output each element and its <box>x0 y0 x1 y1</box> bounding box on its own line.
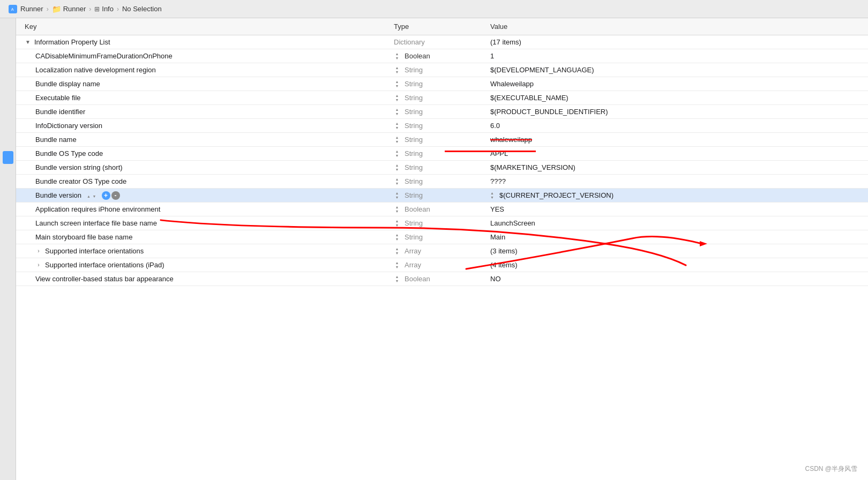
value-label: $(MARKETING_VERSION) <box>490 163 575 171</box>
table-row-selected[interactable]: Bundle version ▲ ▼ + - ▲ ▼ String <box>16 189 868 202</box>
key-label: Launch screen interface file base name <box>35 219 157 227</box>
table-row[interactable]: Main storyboard file base name ▲ ▼ Strin… <box>16 230 868 244</box>
key-cell: › Supported interface orientations (iPad… <box>25 261 394 269</box>
type-stepper[interactable]: ▲ ▼ <box>394 163 400 172</box>
type-label: String <box>405 163 423 171</box>
table-row[interactable]: › Supported interface orientations ▲ ▼ A… <box>16 244 868 258</box>
type-cell: ▲ ▼ String <box>394 149 490 158</box>
type-cell: ▲ ▼ Array <box>394 261 490 269</box>
key-cell: Bundle identifier <box>25 108 394 116</box>
value-cell: ▲ ▼ $(CURRENT_PROJECT_VERSION) <box>490 191 859 200</box>
type-stepper[interactable]: ▲ ▼ <box>394 205 400 214</box>
type-stepper[interactable]: ▲ ▼ <box>394 122 400 130</box>
breadcrumb-sep-3: › <box>117 5 119 13</box>
table-row[interactable]: Bundle identifier ▲ ▼ String $(PRODUCT_B… <box>16 105 868 119</box>
type-stepper[interactable]: ▲ ▼ <box>394 80 400 88</box>
key-stepper[interactable]: ▲ ▼ <box>87 191 96 199</box>
breadcrumb-sep-2: › <box>89 5 91 13</box>
table-row[interactable]: Bundle creator OS Type code ▲ ▼ String ?… <box>16 175 868 189</box>
value-label: 6.0 <box>490 122 500 130</box>
type-label: String <box>405 122 423 130</box>
table-row[interactable]: Bundle name ▲ ▼ String whaleweilapp <box>16 133 868 147</box>
key-cell: InfoDictionary version <box>25 122 394 130</box>
type-label: String <box>405 219 423 227</box>
key-label: Bundle OS Type code <box>35 149 103 158</box>
value-cell: $(MARKETING_VERSION) <box>490 163 859 171</box>
type-stepper[interactable]: ▲ ▼ <box>394 247 400 256</box>
add-row-button[interactable]: + <box>102 191 110 200</box>
key-cell: Bundle version ▲ ▼ + - <box>25 191 394 200</box>
value-stepper[interactable]: ▲ ▼ <box>490 191 494 200</box>
type-stepper[interactable]: ▲ ▼ <box>394 108 400 116</box>
value-label: (17 items) <box>490 38 521 46</box>
breadcrumb-bar: A Runner › 📁 Runner › ⊞ Info › No Select… <box>0 0 868 18</box>
type-cell: ▲ ▼ String <box>394 66 490 74</box>
sidebar-blue-indicator <box>3 151 13 164</box>
type-stepper[interactable]: ▲ ▼ <box>394 219 400 228</box>
type-stepper[interactable]: ▲ ▼ <box>394 261 400 269</box>
header-type: Type <box>394 22 490 31</box>
type-stepper[interactable]: ▲ ▼ <box>394 275 400 283</box>
table-row[interactable]: InfoDictionary version ▲ ▼ String 6.0 <box>16 119 868 133</box>
type-stepper[interactable]: ▲ ▼ <box>394 233 400 242</box>
type-cell: ▲ ▼ String <box>394 80 490 88</box>
type-stepper[interactable]: ▲ ▼ <box>394 52 400 61</box>
value-cell: APPL <box>490 149 859 158</box>
type-stepper[interactable]: ▲ ▼ <box>394 149 400 158</box>
value-cell: (17 items) <box>490 38 859 46</box>
type-stepper[interactable]: ▲ ▼ <box>394 136 400 144</box>
table-row[interactable]: Executable file ▲ ▼ String $(EXECUTABLE_… <box>16 91 868 105</box>
value-cell: Whaleweilapp <box>490 80 859 88</box>
expand-arrow[interactable]: › <box>35 248 42 254</box>
key-label: Bundle display name <box>35 80 100 88</box>
table-row[interactable]: Bundle OS Type code ▲ ▼ String APPL <box>16 147 868 161</box>
table-row[interactable]: Bundle version string (short) ▲ ▼ String… <box>16 161 868 175</box>
table-row[interactable]: Application requires iPhone environment … <box>16 202 868 216</box>
key-cell: Bundle OS Type code <box>25 149 394 158</box>
table-row[interactable]: › Supported interface orientations (iPad… <box>16 258 868 272</box>
key-cell: ▼ Information Property List <box>25 38 394 46</box>
value-cell: Main <box>490 233 859 241</box>
type-stepper[interactable]: ▲ ▼ <box>394 94 400 102</box>
folder-icon: 📁 <box>52 5 61 13</box>
key-label: Localization native development region <box>35 66 156 74</box>
expand-arrow[interactable]: › <box>35 262 42 268</box>
remove-row-button[interactable]: - <box>111 191 120 200</box>
value-cell: LaunchScreen <box>490 219 859 227</box>
table-row[interactable]: Localization native development region ▲… <box>16 63 868 77</box>
type-label: Dictionary <box>394 38 425 46</box>
key-cell: Application requires iPhone environment <box>25 205 394 213</box>
expand-arrow[interactable]: ▼ <box>25 39 31 46</box>
key-cell: › Supported interface orientations <box>25 247 394 255</box>
table-row[interactable]: ▼ Information Property List Dictionary (… <box>16 35 868 49</box>
breadcrumb-runner-1[interactable]: Runner <box>20 5 43 13</box>
value-cell: 6.0 <box>490 122 859 130</box>
table-row[interactable]: View controller-based status bar appeara… <box>16 272 868 286</box>
breadcrumb-no-selection: No Selection <box>122 5 162 13</box>
type-label: String <box>405 177 423 185</box>
table-row[interactable]: Bundle display name ▲ ▼ String Whaleweil… <box>16 77 868 91</box>
type-stepper[interactable]: ▲ ▼ <box>394 177 400 186</box>
table-row[interactable]: Launch screen interface file base name ▲… <box>16 216 868 230</box>
type-cell: ▲ ▼ String <box>394 94 490 102</box>
type-cell: ▲ ▼ String <box>394 191 490 200</box>
type-label: Boolean <box>405 205 430 213</box>
key-label: Application requires iPhone environment <box>35 205 160 213</box>
value-label: whaleweilapp <box>490 136 532 144</box>
app-container: A Runner › 📁 Runner › ⊞ Info › No Select… <box>0 0 868 480</box>
table-row[interactable]: CADisableMinimumFrameDurationOnPhone ▲ ▼… <box>16 49 868 63</box>
type-cell: Dictionary <box>394 38 490 46</box>
key-label: Bundle creator OS Type code <box>35 177 126 185</box>
type-stepper[interactable]: ▲ ▼ <box>394 66 400 74</box>
key-cell: Bundle version string (short) <box>25 163 394 171</box>
type-cell: ▲ ▼ String <box>394 219 490 228</box>
type-cell: ▲ ▼ Boolean <box>394 205 490 214</box>
key-label: Bundle version <box>35 191 81 199</box>
value-label[interactable]: $(CURRENT_PROJECT_VERSION) <box>499 191 613 199</box>
key-label: CADisableMinimumFrameDurationOnPhone <box>35 52 173 60</box>
breadcrumb-runner-2[interactable]: 📁 Runner <box>52 5 86 13</box>
type-stepper[interactable]: ▲ ▼ <box>394 191 400 200</box>
breadcrumb-info[interactable]: ⊞ Info <box>94 5 114 13</box>
table-header: Key Type Value <box>16 18 868 35</box>
value-label: APPL <box>490 149 508 158</box>
